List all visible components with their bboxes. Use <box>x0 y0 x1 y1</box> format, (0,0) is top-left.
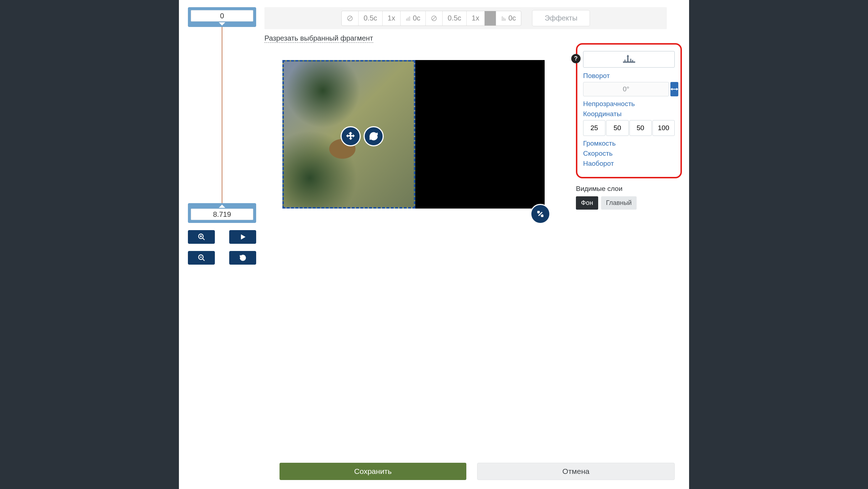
left-buttons-row-2 <box>188 251 256 265</box>
coord-y1[interactable] <box>606 120 628 136</box>
save-button[interactable]: Сохранить <box>280 463 466 480</box>
duration-a[interactable]: 0.5с <box>359 11 383 26</box>
bars-down-icon <box>501 15 507 21</box>
timeline-end-handle[interactable] <box>188 203 256 223</box>
svg-marker-27 <box>670 88 673 90</box>
rotate-handle[interactable] <box>364 126 384 146</box>
caret-down-icon <box>219 22 225 26</box>
selected-clip[interactable] <box>282 60 415 209</box>
reload-button[interactable] <box>229 251 256 265</box>
speed-label[interactable]: Скорость <box>583 150 675 157</box>
play-button[interactable] <box>229 230 256 244</box>
no-transition-b-icon[interactable] <box>426 11 443 26</box>
svg-line-1 <box>202 238 204 240</box>
zoom-in-button[interactable] <box>188 230 215 244</box>
svg-rect-17 <box>505 19 505 20</box>
left-buttons-row-1 <box>188 230 256 244</box>
svg-rect-24 <box>630 59 631 61</box>
move-handle[interactable] <box>341 126 361 146</box>
coord-y2[interactable] <box>652 120 675 136</box>
svg-rect-22 <box>623 61 635 63</box>
svg-rect-23 <box>624 60 625 61</box>
layers-title: Видимые слои <box>576 185 682 193</box>
opacity-label[interactable]: Непрозрачность <box>583 100 675 108</box>
speed-a[interactable]: 1x <box>383 11 401 26</box>
timeline-rail[interactable] <box>222 27 222 203</box>
speed-b[interactable]: 1x <box>467 11 485 26</box>
fade-a[interactable]: 0с <box>401 11 426 26</box>
coordinates-label[interactable]: Координаты <box>583 110 675 118</box>
timeline-column <box>186 7 258 482</box>
help-button[interactable]: ? <box>571 54 581 63</box>
color-swatch[interactable] <box>485 11 496 26</box>
layer-chip-background[interactable]: Фон <box>576 196 598 210</box>
rotate-icon <box>369 132 378 141</box>
duration-b[interactable]: 0.5с <box>443 11 467 26</box>
caret-up-icon <box>219 205 225 208</box>
layer-chip-main[interactable]: Главный <box>601 196 637 210</box>
timeline-start-handle[interactable] <box>188 7 256 27</box>
svg-rect-15 <box>502 17 503 20</box>
move-icon <box>346 131 356 141</box>
coordinates-row <box>583 120 675 136</box>
no-transition-a-icon[interactable] <box>342 11 359 26</box>
layers-row: Фон Главный <box>576 196 682 210</box>
svg-rect-10 <box>406 19 407 20</box>
timeline-start-input[interactable] <box>191 10 253 22</box>
zoom-out-icon <box>198 254 206 262</box>
svg-marker-21 <box>627 55 629 56</box>
properties-panel: ? Поворот Непрозрачность Координаты Гром… <box>576 43 682 178</box>
app-root: 0.5с 1x 0с 0.5с 1x 0с <box>179 0 689 489</box>
reverse-label[interactable]: Наоборот <box>583 160 675 168</box>
thumbnail-icon <box>623 54 635 64</box>
resize-handle[interactable] <box>530 204 550 224</box>
coord-x1[interactable] <box>583 120 605 136</box>
timeline-end-input[interactable] <box>191 209 253 220</box>
rotation-label[interactable]: Поворот <box>583 72 675 80</box>
footer-row: Сохранить Отмена <box>280 463 675 480</box>
flip-h-icon <box>670 87 678 92</box>
clip-thumbnail[interactable] <box>583 51 675 68</box>
resize-icon <box>536 210 545 218</box>
top-toolbar: 0.5с 1x 0с 0.5с 1x 0с <box>264 7 667 29</box>
timeline-slider[interactable] <box>188 7 256 223</box>
fade-b[interactable]: 0с <box>496 11 521 26</box>
play-icon <box>239 233 246 241</box>
effects-button[interactable]: Эффекты <box>532 10 590 26</box>
reload-icon <box>239 254 246 261</box>
cancel-button[interactable]: Отмена <box>477 463 675 480</box>
zoom-out-button[interactable] <box>188 251 215 265</box>
layers-block: Видимые слои Фон Главный <box>576 185 682 210</box>
svg-line-6 <box>202 259 204 261</box>
bars-icon <box>406 15 411 21</box>
svg-rect-12 <box>409 17 410 20</box>
rotation-row <box>583 82 675 96</box>
cut-fragment-link[interactable]: Разрезать выбранный фрагмент <box>264 34 373 43</box>
center-column: 0.5с 1x 0с 0.5с 1x 0с <box>264 7 563 482</box>
svg-rect-16 <box>503 18 504 20</box>
volume-label[interactable]: Громкость <box>583 140 675 147</box>
svg-marker-4 <box>241 234 245 239</box>
right-column: ? Поворот Непрозрачность Координаты Гром… <box>576 43 682 482</box>
svg-rect-11 <box>408 18 408 20</box>
svg-marker-28 <box>677 88 679 90</box>
svg-line-9 <box>348 17 351 20</box>
flip-horizontal-button[interactable] <box>670 82 678 96</box>
preview-canvas[interactable] <box>282 60 545 209</box>
svg-line-14 <box>433 17 436 20</box>
coord-x2[interactable] <box>629 120 652 136</box>
svg-rect-25 <box>632 60 633 61</box>
zoom-in-icon <box>198 233 206 241</box>
transition-in-group[interactable]: 0.5с 1x 0с 0.5с 1x 0с <box>341 11 521 26</box>
rotation-input[interactable] <box>583 82 669 96</box>
